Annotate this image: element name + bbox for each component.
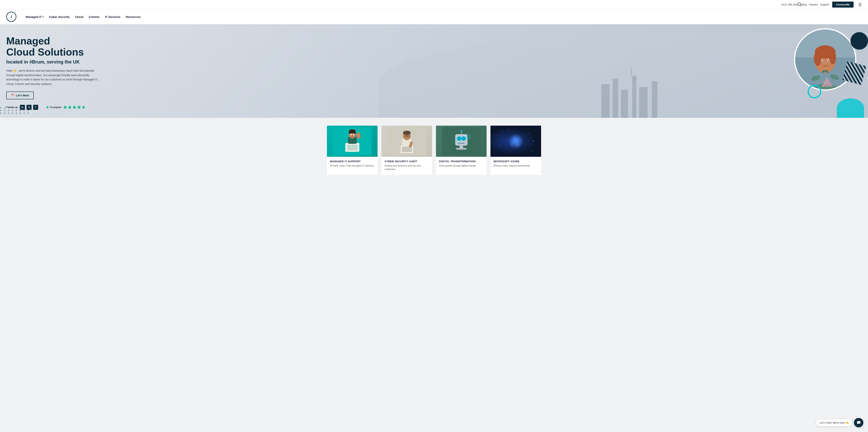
phone-number: 0121 289 3434 [781,3,798,6]
careers-link[interactable]: Careers [809,3,818,6]
calendar-icon: 📅 [11,94,14,97]
azure-image: A [491,126,541,157]
lets-meet-button[interactable]: 📅 Let's Meet [6,92,34,99]
azure-title: MICROSOFT AZURE [494,160,538,163]
twitter-icon[interactable]: 𝕏 [27,105,32,110]
cyber-desc: Protect your business and win new custom… [384,164,429,171]
svg-point-58 [461,130,462,132]
logo[interactable]: i [6,12,17,22]
nav-cloud[interactable]: Cloud [75,15,83,19]
svg-point-37 [403,131,411,135]
svg-point-8 [814,51,822,66]
hero-decorative [391,24,868,118]
nav-managed-it[interactable]: Managed IT ▾ [26,15,43,19]
star-5 [82,105,86,110]
hamburger-icon[interactable]: ☰ [858,2,862,7]
trustpilot-widget: ★ Trustpilot [46,105,86,110]
svg-point-52 [463,138,464,139]
svg-rect-19 [652,82,657,118]
chevron-down-icon: ▾ [43,16,43,18]
hero-section: Managed Cloud Solutions located in #Brum… [0,24,868,118]
hero-title: Managed Cloud Solutions [6,35,100,58]
hero-description: Hello 👋 , we're ilicomm and we help busi… [6,68,100,86]
svg-rect-17 [632,76,636,118]
svg-rect-55 [460,143,462,144]
svg-rect-54 [458,143,460,144]
azure-desc: Reduce costs, improve productivity [494,164,538,167]
main-nav: i Managed IT ▾ Cyber Security Cloud Comm… [0,9,868,24]
hero-content: Managed Cloud Solutions located in #Brum… [6,35,100,110]
star-2 [68,105,72,110]
svg-rect-33 [354,132,355,134]
social-icons: in 𝕏 f [20,105,38,110]
svg-rect-23 [347,145,358,150]
nav-resources[interactable]: Resources [126,15,141,19]
cyan-circle-decoration [837,98,864,118]
logo-circle: i [6,12,17,22]
follow-us: Follow us in 𝕏 f [6,105,38,110]
connect-button[interactable]: ConnectMe [832,2,854,8]
svg-rect-32 [349,132,350,134]
trustpilot-stars [63,105,86,110]
service-card-azure[interactable]: A [491,126,541,175]
trustpilot-logo: ★ Trustpilot [46,105,61,110]
svg-rect-24 [349,151,356,152]
cyber-security-image [381,126,432,157]
linkedin-icon[interactable]: in [20,105,25,110]
managed-it-body: MANAGED IT SUPPORT Sit back, relax. Full… [327,157,377,172]
cyber-body: CYBER SECURITY AUDIT Protect your busine… [381,157,432,175]
azure-particles: A [491,126,541,157]
cyber-security-illustration [385,127,428,155]
svg-line-75 [800,5,801,6]
dark-circle-decoration [850,32,868,50]
svg-rect-62 [460,146,463,148]
managed-it-image [327,126,377,157]
star-3 [72,105,76,110]
logo-letter: i [11,14,12,19]
managed-it-desc: Sit back, relax. Fully managed IT soluti… [330,164,374,167]
azure-body: MICROSOFT AZURE Reduce costs, improve pr… [491,157,541,172]
svg-point-13 [828,60,829,62]
svg-rect-43 [400,153,413,154]
service-card-managed-it[interactable]: MANAGED IT SUPPORT Sit back, relax. Full… [327,126,377,175]
hero-bottom: Follow us in 𝕏 f ★ Trustpilot [6,105,100,110]
nav-it-services[interactable]: IT Services [105,15,120,19]
svg-rect-20 [631,67,631,76]
cyber-title: CYBER SECURITY AUDIT [384,160,429,163]
teal-ring-decoration [808,85,821,98]
service-card-cyber[interactable]: CYBER SECURITY AUDIT Protect your busine… [381,126,432,175]
star-1 [63,105,67,110]
managed-it-title: MANAGED IT SUPPORT [330,160,374,163]
svg-point-31 [358,132,360,134]
facebook-icon[interactable]: f [33,105,38,110]
svg-point-51 [458,138,460,139]
service-card-digital[interactable]: DIGITAL TRANSFORMATION Drive growth thro… [436,126,487,175]
pink-triangle-decoration [821,77,833,87]
support-link[interactable]: Support [820,3,829,6]
top-nav-links: Blog Careers Support [801,3,829,6]
svg-point-12 [821,60,823,62]
search-icon[interactable] [798,2,802,7]
digital-desc: Drive growth through digital change [439,164,484,167]
digital-transformation-illustration [440,127,483,155]
digital-body: DIGITAL TRANSFORMATION Drive growth thro… [436,157,487,172]
svg-rect-56 [462,143,464,144]
blog-link[interactable]: Blog [801,3,806,6]
digital-title: DIGITAL TRANSFORMATION [439,160,484,163]
nav-comms[interactable]: Comms [89,15,99,19]
svg-rect-14 [601,84,610,118]
top-bar: 0121 289 3434 Blog Careers Support Conne… [0,0,868,9]
city-skyline [534,62,725,118]
svg-rect-16 [621,90,628,118]
svg-rect-63 [456,148,466,150]
nav-cyber-security[interactable]: Cyber Security [49,15,70,19]
managed-it-illustration [331,127,374,155]
svg-point-9 [829,50,836,64]
services-section: MANAGED IT SUPPORT Sit back, relax. Full… [0,118,868,187]
svg-point-28 [350,134,351,135]
star-4 [77,105,81,110]
azure-glow [508,133,524,149]
services-grid: MANAGED IT SUPPORT Sit back, relax. Full… [327,126,541,175]
digital-transformation-image [436,126,487,157]
svg-rect-18 [639,87,647,118]
